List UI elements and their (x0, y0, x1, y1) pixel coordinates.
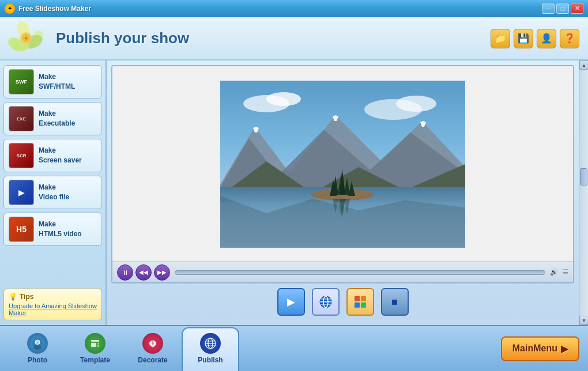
svg-rect-38 (355, 296, 360, 301)
stop-button[interactable]: ■ (381, 288, 409, 316)
tips-header: 💡 Tips (9, 293, 97, 301)
page-title: Publish your show (56, 29, 189, 47)
svg-rect-40 (355, 302, 360, 308)
title-bar: ✦ Free Slideshow Maker ─ □ ✕ (0, 0, 588, 17)
export-button[interactable] (346, 288, 374, 316)
main-panel: ⏸ ◀◀ ▶▶ 🔊 ☰ ▶ (107, 60, 579, 325)
make-video-button[interactable]: MakeVideo file (3, 176, 102, 209)
video-icon (9, 180, 34, 205)
volume-icon[interactable]: 🔊 (550, 268, 558, 276)
nav-decorate[interactable]: Decorate (124, 328, 182, 369)
main-menu-arrow-icon: ▶ (561, 343, 568, 354)
tips-bulb-icon: 💡 (9, 293, 17, 301)
save-button[interactable]: 💾 (514, 29, 533, 48)
svg-rect-47 (91, 343, 96, 347)
help-button[interactable]: ❓ (560, 29, 579, 48)
svg-rect-48 (97, 343, 99, 344)
preview-image (220, 81, 465, 248)
decorate-nav-icon (142, 333, 163, 354)
make-screensaver-button[interactable]: MakeScreen saver (3, 139, 102, 172)
publish-nav-label: Publish (198, 356, 223, 364)
html5-icon (9, 217, 34, 242)
preview-play-button[interactable]: ▶ (277, 288, 305, 316)
exe-label: MakeExecutable (39, 109, 75, 128)
nav-publish[interactable]: Publish (182, 327, 239, 371)
make-swf-button[interactable]: MakeSWF/HTML (3, 65, 102, 99)
nav-photo[interactable]: Photo (9, 328, 66, 369)
publish-nav-icon (200, 333, 221, 354)
scroll-thumb[interactable] (580, 168, 587, 186)
scroll-track[interactable] (579, 70, 588, 316)
minimize-button[interactable]: ─ (542, 3, 555, 14)
make-html5-button[interactable]: MakeHTML5 video (3, 213, 102, 246)
tips-upgrade-link[interactable]: Upgrade to Amazing Slideshow Maker (9, 302, 97, 316)
exe-icon (9, 106, 34, 131)
template-nav-icon (85, 333, 105, 354)
swf-label: MakeSWF/HTML (39, 72, 75, 92)
main-menu-button[interactable]: MainMenu ▶ (501, 336, 579, 361)
template-nav-label: Template (80, 356, 110, 364)
photo-nav-label: Photo (28, 356, 47, 364)
svg-point-10 (266, 92, 301, 106)
rewind-button[interactable]: ◀◀ (135, 264, 152, 281)
bottom-nav: Photo Template (0, 325, 588, 371)
internet-explorer-button[interactable] (312, 288, 340, 316)
svg-point-43 (35, 340, 40, 344)
svg-rect-49 (97, 345, 99, 347)
make-exe-button[interactable]: MakeExecutable (3, 102, 102, 135)
svg-rect-32 (220, 202, 465, 248)
app-icon: ✦ (5, 3, 15, 14)
scroll-up-arrow[interactable]: ▲ (579, 60, 588, 70)
account-button[interactable]: 👤 (537, 29, 556, 48)
svg-point-12 (396, 96, 436, 112)
preview-container: ⏸ ◀◀ ▶▶ 🔊 ☰ (111, 65, 574, 283)
svg-rect-41 (361, 302, 366, 308)
svg-text:✦: ✦ (24, 35, 28, 41)
scroll-down-arrow[interactable]: ▼ (579, 316, 588, 325)
sidebar: MakeSWF/HTML MakeExecutable MakeScreen s… (0, 60, 107, 325)
screen-icon (9, 143, 34, 168)
fast-forward-button[interactable]: ▶▶ (154, 264, 170, 281)
svg-point-44 (33, 345, 42, 350)
content-area: MakeSWF/HTML MakeExecutable MakeScreen s… (0, 60, 588, 325)
maximize-button[interactable]: □ (556, 3, 569, 14)
logo: ✦ (6, 20, 49, 57)
svg-rect-46 (91, 340, 99, 342)
video-label: MakeVideo file (39, 183, 69, 202)
nav-template[interactable]: Template (66, 328, 124, 369)
tips-label: Tips (20, 293, 33, 301)
close-button[interactable]: ✕ (571, 3, 583, 14)
media-controls: ⏸ ◀◀ ▶▶ 🔊 ☰ (112, 262, 573, 282)
preview-area (112, 66, 573, 262)
action-buttons: ▶ (111, 283, 574, 320)
playlist-icon[interactable]: ☰ (563, 268, 568, 276)
open-folder-button[interactable]: 📁 (491, 29, 510, 48)
decorate-nav-label: Decorate (138, 356, 167, 364)
window-title: Free Slideshow Maker (18, 5, 91, 13)
header-tools: 📁 💾 👤 ❓ (491, 29, 579, 48)
html5-label: MakeHTML5 video (39, 219, 82, 239)
main-menu-label: MainMenu (512, 343, 557, 354)
photo-nav-icon (27, 333, 48, 354)
window-controls: ─ □ ✕ (542, 3, 583, 14)
right-scrollbar[interactable]: ▲ ▼ (579, 60, 588, 325)
header: ✦ Publish your show 📁 💾 👤 ❓ (0, 17, 588, 60)
svg-rect-39 (361, 296, 366, 301)
progress-bar[interactable] (175, 270, 545, 275)
pause-button[interactable]: ⏸ (117, 264, 133, 281)
tips-section: 💡 Tips Upgrade to Amazing Slideshow Make… (3, 289, 102, 320)
main-container: ✦ Publish your show 📁 💾 👤 ❓ MakeSWF/HTML… (0, 17, 588, 371)
swf-icon (9, 69, 34, 94)
screen-label: MakeScreen saver (39, 146, 82, 165)
